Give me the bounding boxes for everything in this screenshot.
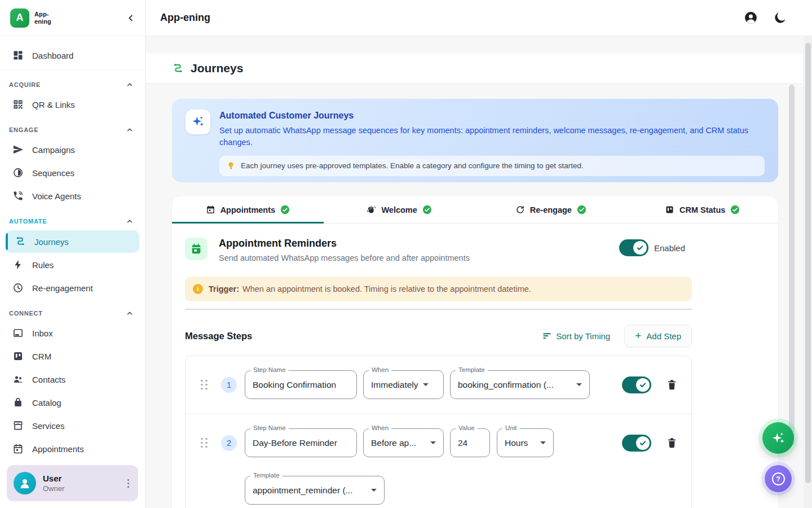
sparkles-icon [186, 110, 210, 134]
sidebar-item-label: Services [32, 421, 65, 431]
tab-welcome[interactable]: Welcome [324, 196, 475, 223]
sidebar-item-contacts[interactable]: Contacts [0, 368, 145, 391]
template-select[interactable]: Template appointment_reminder (... [245, 476, 385, 505]
question-mark-icon: ? [772, 472, 785, 485]
app-logo-name-bottom: ening [34, 18, 51, 25]
field-label: When [369, 366, 391, 373]
sidebar-item-sequences[interactable]: Sequences [0, 161, 145, 184]
trigger-description: When an appointment is booked. Timing is… [242, 284, 531, 294]
help-fab[interactable]: ? [765, 465, 792, 492]
sidebar: A App- ening Dashboard ACQUIRE QR & Link… [0, 0, 145, 508]
step-number-badge: 2 [221, 435, 237, 451]
sort-by-timing-button[interactable]: Sort by Timing [542, 331, 610, 341]
sidebar-item-appointments[interactable]: Appointments [0, 437, 145, 458]
step-name-input[interactable]: Step Name Booking Confirmation [245, 370, 357, 399]
delete-step-icon[interactable] [666, 379, 678, 391]
field-label: Value [456, 424, 478, 431]
sidebar-item-dashboard[interactable]: Dashboard [0, 44, 145, 67]
ai-assistant-fab[interactable] [762, 422, 794, 454]
tab-reengage[interactable]: Re-engage [475, 196, 627, 223]
sidebar-item-catalog[interactable]: Catalog [0, 391, 145, 414]
add-step-button[interactable]: + Add Step [624, 325, 692, 347]
sidebar-section-connect[interactable]: CONNECT [0, 305, 145, 322]
sidebar-item-journeys[interactable]: Journeys [6, 230, 139, 253]
sidebar-item-voice-agents[interactable]: Voice Agents [0, 185, 145, 207]
dropdown-caret-icon [423, 383, 429, 386]
trigger-text: Trigger: When an appointment is booked. … [209, 284, 531, 294]
sidebar-item-label: Sequences [32, 168, 74, 178]
dashboard-icon [12, 50, 24, 61]
step-name-value: Day-Before Reminder [253, 438, 337, 448]
when-select[interactable]: When Immediately [363, 370, 444, 399]
lightbulb-icon [227, 161, 235, 170]
tab-appointments[interactable]: Appointments [172, 196, 324, 223]
content-scrollbar-thumb[interactable] [789, 85, 795, 446]
section-label: CONNECT [9, 310, 43, 317]
delete-step-icon[interactable] [666, 437, 678, 449]
section-subtitle: Send automated WhatsApp messages before … [219, 253, 470, 262]
toggle-knob [636, 436, 650, 450]
field-label: Step Name [250, 366, 289, 373]
step-enabled-toggle[interactable] [622, 376, 651, 393]
calendar-icon [12, 443, 24, 454]
step-enabled-toggle[interactable] [622, 435, 651, 452]
template-value: booking_confirmation (... [458, 380, 554, 390]
sidebar-item-services[interactable]: Services [0, 414, 145, 437]
unit-select[interactable]: Unit Hours [497, 428, 554, 457]
check-badge-icon [422, 205, 432, 214]
field-label: Unit [502, 424, 519, 431]
kanban-icon [665, 205, 674, 214]
dark-mode-moon-icon[interactable] [773, 11, 787, 25]
toggle-knob [636, 378, 650, 392]
sidebar-logo-row: A App- ening [0, 0, 145, 36]
template-select[interactable]: Template booking_confirmation (... [450, 370, 590, 399]
window-scrollbar-track[interactable] [804, 36, 812, 508]
step-name-input[interactable]: Step Name Day-Before Reminder [245, 428, 357, 457]
sidebar-nav: Dashboard ACQUIRE QR & Links ENGAGE Camp… [0, 36, 145, 458]
when-value: Immediately [371, 380, 418, 390]
steps-list: 1 Step Name Booking Confirmation When Im… [185, 356, 692, 508]
sidebar-section-automate[interactable]: AUTOMATE [0, 213, 145, 230]
sidebar-item-label: Dashboard [32, 51, 73, 60]
sidebar-item-reengagement[interactable]: Re-engagement [0, 277, 145, 299]
window-scrollbar-thumb[interactable] [805, 43, 811, 483]
user-name: User [43, 474, 64, 483]
field-label: When [369, 424, 391, 431]
value-input[interactable]: Value 24 [450, 428, 490, 457]
tab-label: Re-engage [530, 205, 572, 214]
app-logo: A [10, 8, 29, 28]
sidebar-item-inbox[interactable]: Inbox [0, 322, 145, 344]
sidebar-collapse-icon[interactable] [126, 13, 136, 23]
sidebar-item-qr-links[interactable]: QR & Links [0, 93, 145, 116]
sidebar-section-acquire[interactable]: ACQUIRE [0, 76, 145, 93]
page-body: Automated Customer Journeys Set up autom… [172, 99, 778, 508]
unit-value: Hours [505, 438, 528, 448]
appointments-panel: Appointment Reminders Send automated Wha… [172, 224, 685, 508]
sidebar-item-label: Voice Agents [32, 191, 81, 201]
sort-icon [542, 331, 551, 340]
qr-code-icon [12, 99, 24, 110]
chevron-up-icon [126, 81, 134, 89]
banner-content: Automated Customer Journeys Set up autom… [219, 110, 765, 172]
value-value: 24 [458, 438, 467, 448]
section-label: AUTOMATE [9, 218, 47, 225]
when-select[interactable]: When Before ap... [363, 428, 444, 457]
sidebar-item-campaigns[interactable]: Campaigns [0, 138, 145, 161]
section-title: Appointment Reminders [219, 238, 470, 249]
tab-crm-status[interactable]: CRM Status [626, 196, 778, 223]
journeys-card: Appointments Welcome Re-engage CRM Statu… [172, 196, 778, 508]
sidebar-item-label: Campaigns [32, 145, 75, 155]
reminders-enabled-toggle[interactable] [619, 239, 648, 256]
calendar-tile-icon [185, 238, 208, 260]
sort-label: Sort by Timing [556, 331, 610, 341]
account-icon[interactable] [744, 11, 758, 25]
reminders-titles: Appointment Reminders Send automated Wha… [219, 238, 470, 262]
user-menu-icon[interactable] [124, 476, 133, 491]
drag-handle-icon[interactable] [201, 438, 208, 448]
step-controls [622, 376, 678, 393]
drag-handle-icon[interactable] [201, 380, 208, 390]
sidebar-item-rules[interactable]: Rules [0, 253, 145, 276]
sidebar-item-crm[interactable]: CRM [0, 345, 145, 367]
sidebar-section-engage[interactable]: ENGAGE [0, 121, 145, 138]
user-role: Owner [43, 484, 64, 493]
